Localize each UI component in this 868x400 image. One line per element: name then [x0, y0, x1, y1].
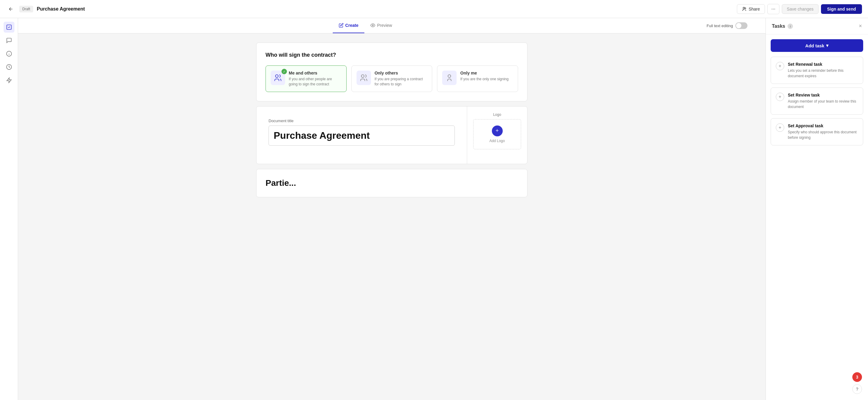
topbar: Draft Purchase Agreement Share ··· Save …: [0, 0, 868, 18]
option-icon-only-me: [442, 70, 457, 85]
task-info-renewal: Set Renewal task Lets you set a reminder…: [788, 62, 858, 79]
svg-point-10: [448, 75, 451, 78]
sign-option-me-and-others[interactable]: ✓ Me and others If you and other people …: [266, 65, 347, 92]
task-add-icon-review[interactable]: +: [776, 93, 784, 101]
signing-section: Who will sign the contract? ✓ M: [256, 42, 527, 102]
doc-right: Logo + Add Logo: [467, 107, 527, 164]
tasks-panel: Tasks i × Add task ▾ + Set Renewal task …: [766, 18, 868, 400]
sidebar-icon-info[interactable]: [4, 48, 14, 59]
option-desc-only-others: If you are preparing a contract for othe…: [375, 77, 427, 87]
doc-title-input[interactable]: [269, 125, 455, 146]
logo-area[interactable]: + Add Logo: [473, 119, 521, 149]
sign-and-send-button[interactable]: Sign and send: [821, 4, 862, 14]
document-body-section: Document title Logo + Add Logo: [256, 106, 527, 164]
task-card-renewal[interactable]: + Set Renewal task Lets you set a remind…: [771, 57, 863, 84]
partial-section-title: Partie...: [266, 178, 518, 188]
panel-title: Tasks: [772, 24, 785, 29]
sign-option-only-me[interactable]: Only me If you are the only one signing: [437, 65, 518, 92]
option-desc-me-and-others: If you and other people are going to sig…: [289, 77, 341, 87]
option-icon-me-and-others: ✓: [271, 70, 285, 85]
save-changes-button[interactable]: Save changes: [782, 4, 819, 14]
full-text-editing-toggle: Full text editing: [701, 22, 753, 29]
panel-title-row: Tasks i: [772, 24, 793, 29]
task-list: + Set Renewal task Lets you set a remind…: [766, 57, 868, 400]
full-text-toggle[interactable]: [735, 22, 747, 29]
task-desc-renewal: Lets you set a reminder before this docu…: [788, 68, 858, 79]
share-button[interactable]: Share: [737, 4, 765, 14]
tab-create[interactable]: Create: [333, 18, 365, 33]
doc-body: Document title Logo + Add Logo: [256, 107, 527, 164]
bottom-right-area: 3 ?: [852, 372, 862, 394]
sidebar-icon-bolt[interactable]: [4, 75, 14, 86]
task-card-review[interactable]: + Set Review task Assign member of your …: [771, 87, 863, 115]
task-card-approval[interactable]: + Set Approval task Specify who should a…: [771, 118, 863, 145]
logo-label: Logo: [493, 113, 501, 117]
option-text-me-and-others: Me and others If you and other people ar…: [289, 70, 341, 87]
toggle-knob: [736, 23, 741, 28]
sidebar-icon-tasks[interactable]: [4, 22, 14, 33]
main-layout: Create Preview Full text editing W: [0, 18, 868, 400]
add-task-button[interactable]: Add task ▾: [771, 39, 863, 52]
topbar-actions: Share ··· Save changes Sign and send: [737, 4, 862, 14]
task-desc-review: Assign member of your team to review thi…: [788, 98, 858, 110]
svg-point-9: [361, 75, 364, 78]
task-desc-approval: Specify who should approve this document…: [788, 130, 858, 140]
svg-point-0: [743, 7, 744, 9]
option-text-only-me: Only me If you are the only one signing: [460, 70, 508, 82]
document-container: Who will sign the contract? ✓ M: [256, 42, 527, 197]
svg-marker-6: [7, 78, 11, 83]
option-desc-only-me: If you are the only one signing: [460, 77, 508, 82]
svg-point-7: [372, 25, 373, 26]
notification-badge[interactable]: 3: [852, 372, 862, 382]
option-label-only-me: Only me: [460, 70, 508, 76]
task-title-approval: Set Approval task: [788, 123, 858, 128]
option-icon-only-others: [356, 70, 371, 85]
task-add-icon-renewal[interactable]: +: [776, 62, 784, 70]
more-button[interactable]: ···: [767, 4, 779, 14]
back-button[interactable]: [6, 4, 16, 14]
task-info-approval: Set Approval task Specify who should app…: [788, 123, 858, 140]
sign-options: ✓ Me and others If you and other people …: [266, 65, 518, 92]
doc-title-label: Document title: [269, 119, 455, 123]
task-add-icon-approval[interactable]: +: [776, 123, 784, 132]
draft-badge: Draft: [19, 6, 33, 12]
task-info-review: Set Review task Assign member of your te…: [788, 93, 858, 110]
sign-option-only-others[interactable]: Only others If you are preparing a contr…: [351, 65, 433, 92]
panel-header: Tasks i ×: [766, 18, 868, 34]
sidebar-icon-comments[interactable]: [4, 35, 14, 46]
add-logo-icon: +: [492, 125, 503, 136]
option-label-only-others: Only others: [375, 70, 427, 76]
option-label-me-and-others: Me and others: [289, 70, 341, 76]
option-text-only-others: Only others If you are preparing a contr…: [375, 70, 427, 87]
task-title-review: Set Review task: [788, 93, 858, 97]
left-sidebar: [0, 18, 18, 400]
check-badge: ✓: [281, 69, 287, 74]
help-button[interactable]: ?: [852, 384, 862, 394]
task-title-renewal: Set Renewal task: [788, 62, 858, 67]
tabs-bar: Create Preview Full text editing: [18, 18, 766, 33]
tab-preview[interactable]: Preview: [364, 18, 398, 33]
sidebar-icon-history[interactable]: [4, 61, 14, 73]
info-icon[interactable]: i: [787, 24, 793, 29]
svg-point-8: [276, 75, 278, 78]
signing-section-title: Who will sign the contract?: [266, 52, 518, 58]
doc-main: Document title: [256, 107, 467, 164]
content-area: Create Preview Full text editing W: [18, 18, 766, 400]
close-panel-button[interactable]: ×: [859, 23, 862, 29]
add-logo-label: Add Logo: [490, 139, 505, 143]
partial-section: Partie...: [256, 169, 527, 197]
document-title: Purchase Agreement: [37, 6, 733, 12]
